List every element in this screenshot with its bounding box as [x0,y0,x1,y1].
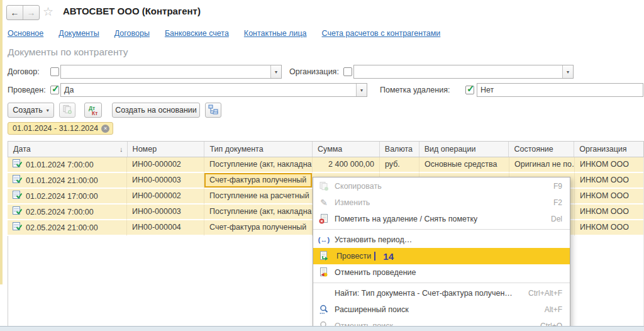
table-left-border [8,236,8,326]
sort-desc-icon: ↓ [119,145,123,153]
table-row[interactable]: 01.01.2024 7:00:00 ИН00-000002 Поступлен… [8,157,644,173]
menu-item-copy[interactable]: Скопировать F9 [313,178,570,194]
cell-org: ИНКОМ ООО [575,205,644,220]
chevron-down-icon: ▾ [47,108,49,113]
search-icon [318,305,330,315]
no-icon [318,288,330,298]
organization-filter-label: Организация: [289,65,339,79]
chevron-down-icon: ▾ [567,69,569,75]
organization-filter-combo[interactable]: ▾ [353,65,574,79]
unpost-document-icon [318,267,330,278]
posted-doc-icon [13,175,22,186]
forward-icon: → [27,8,36,18]
chevron-down-icon: ▾ [360,87,363,93]
menu-item-post[interactable]: Провести 14 [313,248,570,264]
pencil-icon: ✎ [318,198,330,208]
back-icon: ← [11,8,19,18]
deletion-mark-filter-label: Пометка удаления: [380,83,450,97]
nav-link-contacts[interactable]: Контактные лица [244,29,307,38]
organization-filter-checkbox[interactable] [343,67,352,76]
section-nav: Основное Документы Договоры Банковские с… [8,29,440,38]
column-header-state[interactable]: Состояние [509,142,574,157]
period-filter-label: 01.01.2024 - 31.12.2024 [13,124,98,133]
cell-number: ИН00-000003 [127,205,204,220]
subordination-structure-icon [208,104,218,116]
set-period-icon: (↔) [318,235,330,245]
nav-link-bank-accounts[interactable]: Банковские счета [165,29,229,38]
menu-item-set-period[interactable]: (↔) Установить период… [313,232,570,248]
cell-doc-type: Поступление (акт, накладна… [204,157,313,173]
nav-link-settlement-accounts[interactable]: Счета расчетов с контрагентами [322,29,441,38]
nav-link-documents[interactable]: Документы [58,29,99,38]
back-button[interactable]: ← [7,6,23,20]
subordination-structure-button[interactable] [205,103,221,118]
menu-item-find-by-value[interactable]: Найти: Тип документа - Счет-фактура полу… [313,285,570,301]
cell-doc-type: Поступление (акт, накладна… [204,205,313,220]
organization-dropdown-button[interactable]: ▾ [562,65,573,78]
cell-number: ИН00-000002 [127,157,204,173]
favorite-star-icon[interactable]: ☆ [43,4,53,19]
contract-filter-combo[interactable]: ▾ [60,65,282,79]
deletion-mark-filter-value: Нет [477,84,643,96]
menu-item-mark-deletion[interactable]: Пометить на удаление / Снять пометку Del [313,211,570,227]
cell-sum: 2 400 000,00 [313,157,380,173]
cell-org: ИНКОМ ООО [575,220,644,236]
menu-item-unpost[interactable]: Отменить проведение [313,264,570,281]
column-header-date[interactable]: Дата ↓ [8,142,128,157]
column-header-org[interactable]: Организация [574,142,643,157]
posted-filter-value: Да [61,84,356,96]
annotation-frame: Провести [335,252,375,261]
table-header: Дата ↓ Номер Тип документа Сумма Валюта … [8,141,644,157]
cell-date: 01.02.2024 17:00:00 [26,192,98,201]
posted-filter-checkbox[interactable]: ✓ [50,86,59,94]
copy-icon [62,104,72,116]
cell-date: 02.05.2024 21:00:00 [26,223,98,232]
create-button[interactable]: Создать ▾ [8,103,54,118]
annotation-step-number: 14 [383,251,394,262]
show-postings-dtkt-button[interactable]: Дт Кт [84,103,102,118]
posted-doc-icon [13,206,22,217]
copy-icon [318,181,330,191]
page-header-title: АВТОСВЕТ ООО (Контрагент) [63,6,201,16]
check-icon: ✓ [52,83,60,94]
history-nav-buttons: ← → [6,5,40,20]
deletion-mark-filter-field[interactable]: Нет [477,83,643,97]
app-window: ← → ☆ АВТОСВЕТ ООО (Контрагент) Основное… [0,0,644,331]
contract-dropdown-button[interactable]: ▾ [270,65,281,78]
column-header-operation[interactable]: Вид операции [419,142,509,157]
cell-doc-type: Счет-фактура полученный [204,220,313,236]
column-header-sum[interactable]: Сумма [313,142,380,157]
create-based-on-label: Создать на основании [115,106,197,115]
menu-item-edit[interactable]: ✎ Изменить F2 [313,194,570,211]
deletion-mark-filter-checkbox[interactable]: ✓ [465,86,474,94]
cell-state: Оригинал не по… [509,157,575,173]
forward-button[interactable]: → [23,6,39,20]
cell-currency: руб. [380,157,419,173]
check-icon: ✓ [467,83,475,94]
posted-filter-combo[interactable]: Да ▾ [60,83,367,97]
post-document-icon [318,251,330,261]
menu-item-advanced-search[interactable]: Расширенный поиск Alt+F [313,301,570,318]
cell-number: ИН00-000003 [127,173,204,189]
nav-link-contracts[interactable]: Договоры [114,29,150,38]
menu-separator [313,283,570,283]
column-header-currency[interactable]: Валюта [380,142,419,157]
window-bottom-edge [0,326,644,331]
remove-period-filter-icon[interactable]: × [101,125,109,133]
period-filter-chip[interactable]: 01.01.2024 - 31.12.2024 × [8,122,113,135]
current-cell[interactable]: Счет-фактура полученный [204,173,313,189]
contract-filter-checkbox[interactable] [50,67,59,76]
cell-date: 02.05.2024 7:00:00 [26,208,94,216]
contract-filter-value [61,65,270,78]
create-based-on-button[interactable]: Создать на основании [112,103,200,118]
window-left-strip [0,0,3,284]
nav-link-main[interactable]: Основное [8,29,43,38]
copy-button[interactable] [59,103,75,118]
page-title: Документы по контрагенту [8,47,128,58]
column-header-number[interactable]: Номер [128,142,205,157]
posted-doc-icon [13,222,22,233]
posted-dropdown-button[interactable]: ▾ [356,84,367,96]
column-header-doc-type[interactable]: Тип документа [204,142,313,157]
menu-separator [313,229,570,230]
posted-doc-icon [13,191,22,201]
